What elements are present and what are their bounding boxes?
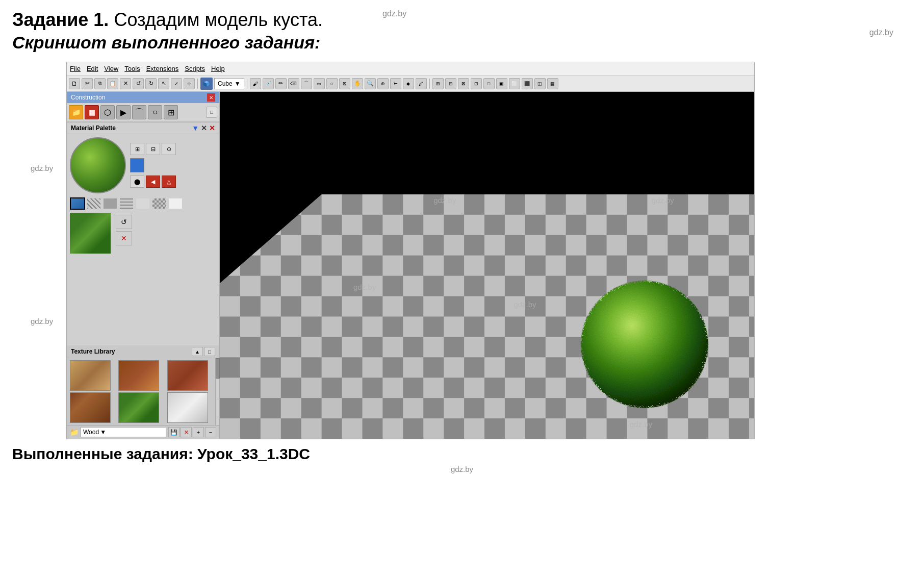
view9-button[interactable]: ◫ (534, 78, 546, 89)
material-down-icon[interactable]: ▼ (192, 124, 199, 132)
menu-tools[interactable]: Tools (124, 65, 140, 72)
tex-expand-button[interactable]: □ (204, 347, 215, 356)
undo-button[interactable]: ↺ (133, 78, 144, 89)
menu-scripts[interactable]: Scripts (185, 65, 205, 72)
menu-view[interactable]: View (104, 65, 118, 72)
tex-save-button[interactable]: 💾 (168, 427, 179, 437)
texture-category-dropdown[interactable]: Wood ▼ (81, 427, 166, 437)
texture-thumb-3[interactable] (167, 360, 208, 391)
texture-thumb-1[interactable] (70, 360, 111, 391)
small-action-button[interactable]: □ (206, 107, 217, 118)
eraser-button[interactable]: ⌫ (288, 78, 299, 89)
menu-help[interactable]: Help (211, 65, 225, 72)
select2-button[interactable]: ⤢ (171, 78, 182, 89)
eyedropper-button[interactable]: 💉 (263, 78, 274, 89)
shape1-icon: ⬡ (104, 108, 111, 117)
texture-thumb-4[interactable] (70, 392, 111, 423)
undo-icon: ↺ (136, 80, 141, 87)
tex-type-btn1[interactable] (70, 197, 85, 210)
lasso-button[interactable]: ⌒ (301, 78, 312, 89)
move-button[interactable]: ⊢ (390, 78, 401, 89)
toolbar: 🗋 ✂ ⧉ 📋 ✕ ↺ ↻ ↖ ⤢ ⊹ (67, 76, 754, 92)
view4-button[interactable]: ⊡ (471, 78, 482, 89)
shape4-button[interactable]: ○ (148, 105, 162, 119)
menu-extensions[interactable]: Extensions (146, 65, 179, 72)
transform-icon: ⊹ (187, 81, 191, 86)
folder-button[interactable]: 📁 (69, 105, 83, 119)
red-button[interactable]: ▦ (85, 105, 99, 119)
mat-refresh-button[interactable]: ↺ (116, 215, 132, 229)
zoom-fit-button[interactable]: ⊕ (377, 78, 389, 89)
tex-delete-icon: ✕ (184, 429, 189, 436)
view10-button[interactable]: ▦ (547, 78, 558, 89)
mat-ctrl-btn1[interactable]: ⊞ (130, 143, 144, 155)
tex-type-btn7[interactable] (168, 197, 183, 210)
tex-up-button[interactable]: ▲ (192, 347, 203, 356)
mat-ctrl-btn2[interactable]: ⊟ (146, 143, 160, 155)
tex-type-btn4[interactable] (119, 197, 134, 210)
construction-close-button[interactable]: ✕ (207, 93, 215, 102)
mat-ctrl-btn4[interactable]: ⬤ (130, 176, 144, 188)
mat-ctrl-btn5[interactable]: ◀ (146, 176, 160, 188)
fill-button[interactable]: ⊠ (339, 78, 350, 89)
view8-button[interactable]: ⬛ (522, 78, 533, 89)
menu-edit[interactable]: Edit (87, 65, 98, 72)
hand-button[interactable]: ✋ (352, 78, 363, 89)
transform-button[interactable]: ⊹ (184, 78, 195, 89)
construction-toolbar-1: 📁 ▦ ⬡ ▶ (67, 103, 219, 122)
tex-swatch6 (152, 198, 166, 209)
redo-button[interactable]: ↻ (145, 78, 157, 89)
tex-type-btn2[interactable] (86, 197, 101, 210)
tex-type-btn5[interactable] (135, 197, 150, 210)
view7-button[interactable]: ⬜ (509, 78, 520, 89)
material-x-icon[interactable]: ✕ (201, 124, 207, 132)
cube-icon (200, 78, 213, 90)
material-close-icon[interactable]: ✕ (209, 124, 215, 132)
texture-scrollbar[interactable] (215, 358, 219, 425)
view2-icon: ⊟ (449, 81, 453, 86)
view3-button[interactable]: ⊠ (458, 78, 469, 89)
shape3-button[interactable]: ⌒ (132, 105, 146, 119)
copy-button[interactable]: ⧉ (94, 78, 106, 89)
view1-button[interactable]: ⊞ (432, 78, 444, 89)
pencil-button[interactable]: ✏ (275, 78, 287, 89)
title-line2: Скриншот выполненного задания: (12, 33, 912, 53)
tex-type-btn6[interactable] (151, 197, 167, 210)
mat-delete-button[interactable]: ✕ (116, 231, 132, 245)
new-button[interactable]: 🗋 (69, 78, 80, 89)
footer-line1: Выполненные задания: Урок_33_1.3DC (12, 445, 912, 463)
mat-ctrl-btn6[interactable]: △ (162, 176, 176, 188)
view6-button[interactable]: ▣ (496, 78, 507, 89)
delete-button[interactable]: ✕ (120, 78, 131, 89)
tex-type-btn3[interactable] (102, 197, 118, 210)
cube-dropdown[interactable]: Cube ▼ (214, 78, 244, 89)
tex-delete-button[interactable]: ✕ (181, 427, 192, 437)
diamond-button[interactable]: ◆ (403, 78, 414, 89)
material-color-swatch[interactable] (130, 158, 144, 172)
paint-button[interactable]: 🖌 (250, 78, 261, 89)
page-header: Задание 1. Создадим модель куста. gdz.by… (0, 0, 924, 62)
mat-ctrl-btn3[interactable]: ⊙ (162, 143, 176, 155)
paste-button[interactable]: 📋 (107, 78, 118, 89)
material-bottom-row: ↺ ✕ (67, 211, 219, 256)
texture-thumb-5[interactable] (118, 392, 159, 423)
rect-button[interactable]: ▭ (314, 78, 325, 89)
texture-thumb-2[interactable] (118, 360, 159, 391)
tex-remove-button[interactable]: − (205, 427, 216, 437)
shape1-button[interactable]: ⬡ (100, 105, 115, 119)
texture-thumb-6[interactable] (167, 392, 208, 423)
shape2-button[interactable]: ▶ (116, 105, 131, 119)
view2-button[interactable]: ⊟ (445, 78, 456, 89)
pen-button[interactable]: 🖊 (416, 78, 427, 89)
menu-file[interactable]: File (70, 65, 81, 72)
cut-button[interactable]: ✂ (82, 78, 93, 89)
view1-icon: ⊞ (436, 81, 440, 86)
circle-button[interactable]: ○ (326, 78, 338, 89)
zoom-button[interactable]: 🔍 (365, 78, 376, 89)
select-button[interactable]: ↖ (158, 78, 169, 89)
tex-add-button[interactable]: + (193, 427, 204, 437)
view5-button[interactable]: □ (483, 78, 495, 89)
shape5-button[interactable]: ⊞ (164, 105, 178, 119)
mat-ctrl-icon5: ◀ (151, 179, 155, 185)
viewport[interactable]: gdz.by gdz.by gdz.by gdz.by gdz.by (220, 92, 754, 439)
